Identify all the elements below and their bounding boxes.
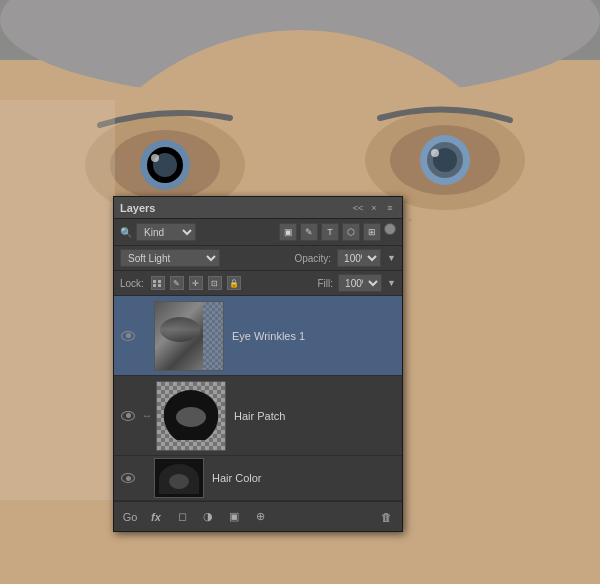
layer-name: Eye Wrinkles 1: [232, 330, 305, 342]
layer-visibility-toggle[interactable]: [120, 331, 136, 341]
layer-item[interactable]: Hair Color: [114, 456, 402, 501]
bottom-toolbar: Go fx ◻ ◑ ▣ ⊕ 🗑: [114, 501, 402, 531]
link-icon: ↔: [140, 410, 154, 421]
svg-point-22: [429, 189, 432, 192]
add-adjustment-button[interactable]: ◑: [198, 507, 218, 527]
opacity-label: Opacity:: [294, 253, 331, 264]
thumb-inner: [169, 474, 189, 489]
type-filter-icon[interactable]: T: [321, 223, 339, 241]
svg-point-9: [151, 154, 159, 162]
layer-visibility-toggle[interactable]: [120, 411, 136, 421]
add-mask-button[interactable]: ◻: [172, 507, 192, 527]
collapse-button[interactable]: <<: [352, 202, 364, 214]
eye-pupil: [126, 476, 131, 481]
shape-filter-icon[interactable]: ⬡: [342, 223, 360, 241]
fill-chevron: ▼: [387, 278, 396, 288]
layers-panel: Layers << × ≡ 🔍 Kind ▣ ✎ T ⬡ ⊞ Soft Ligh…: [113, 196, 403, 532]
svg-point-20: [409, 219, 412, 222]
create-group-button[interactable]: ▣: [224, 507, 244, 527]
eye-icon: [121, 331, 135, 341]
svg-rect-24: [0, 100, 115, 500]
thumb-hair-inner: [176, 407, 206, 427]
pixel-filter-icon[interactable]: ▣: [279, 223, 297, 241]
fill-select[interactable]: 100%: [338, 274, 382, 292]
layers-list: Eye Wrinkles 1 ↔ Hair Patch: [114, 296, 402, 501]
lock-label: Lock:: [120, 278, 144, 289]
new-layer-button[interactable]: ⊕: [250, 507, 270, 527]
eye-icon: [121, 473, 135, 483]
opacity-select[interactable]: 100%: [337, 249, 381, 267]
layer-item[interactable]: Eye Wrinkles 1: [114, 296, 402, 376]
opacity-chevron: ▼: [387, 253, 396, 263]
layer-name: Hair Color: [212, 472, 262, 484]
filter-row: 🔍 Kind ▣ ✎ T ⬡ ⊞: [114, 219, 402, 246]
kind-select[interactable]: Kind: [136, 223, 196, 241]
blend-mode-row: Soft Light Opacity: 100% ▼: [114, 246, 402, 271]
link-layers-button[interactable]: Go: [120, 507, 140, 527]
layer-visibility-toggle[interactable]: [120, 473, 136, 483]
thumb-shape: [160, 317, 200, 342]
thumb-transparency: [203, 302, 223, 371]
thumb-content: [155, 459, 203, 497]
delete-layer-button[interactable]: 🗑: [376, 507, 396, 527]
lock-row: Lock: ✎ ✛ ⊡ 🔒 Fill: 100% ▼: [114, 271, 402, 296]
close-button[interactable]: ×: [368, 202, 380, 214]
filter-icons: ▣ ✎ T ⬡ ⊞: [279, 223, 396, 241]
title-controls: << × ≡: [352, 202, 396, 214]
layer-thumbnail: [154, 458, 204, 498]
layer-thumbnail: [156, 381, 226, 451]
eye-pupil: [126, 333, 131, 338]
lock-pixels-button[interactable]: [151, 276, 165, 290]
panel-title: Layers: [120, 202, 155, 214]
search-icon: 🔍: [120, 227, 132, 238]
lock-artboard-button[interactable]: ⊡: [208, 276, 222, 290]
smart-filter-icon[interactable]: ⊞: [363, 223, 381, 241]
lock-position-button[interactable]: ✛: [189, 276, 203, 290]
layer-name: Hair Patch: [234, 410, 285, 422]
lock-brush-button[interactable]: ✎: [170, 276, 184, 290]
fill-label: Fill:: [318, 278, 334, 289]
adjustment-filter-icon[interactable]: [384, 223, 396, 235]
fx-button[interactable]: fx: [146, 507, 166, 527]
eye-icon: [121, 411, 135, 421]
layer-thumbnail: [154, 301, 224, 371]
svg-point-15: [431, 149, 439, 157]
layer-item[interactable]: ↔ Hair Patch: [114, 376, 402, 456]
lock-all-button[interactable]: 🔒: [227, 276, 241, 290]
panel-titlebar: Layers << × ≡: [114, 197, 402, 219]
brush-filter-icon[interactable]: ✎: [300, 223, 318, 241]
blend-mode-select[interactable]: Soft Light: [120, 249, 220, 267]
eye-pupil: [126, 413, 131, 418]
menu-button[interactable]: ≡: [384, 202, 396, 214]
